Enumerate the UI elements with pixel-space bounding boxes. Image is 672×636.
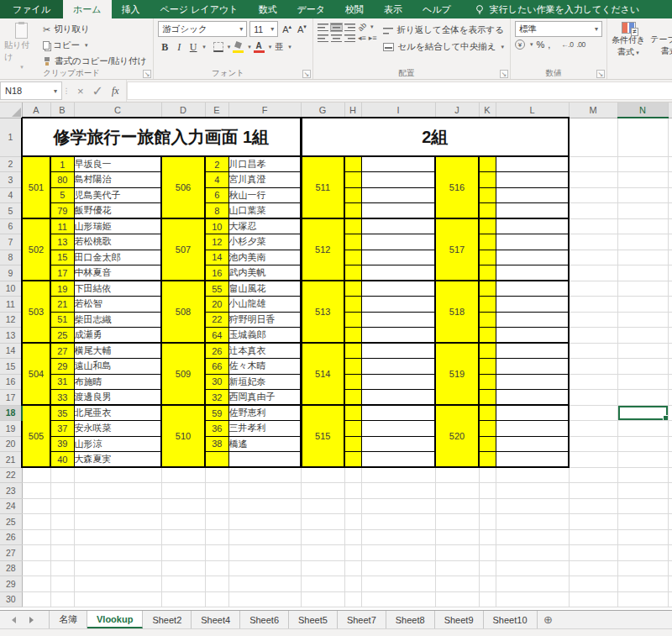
cell-L18[interactable] (496, 405, 569, 421)
cell-C9[interactable]: 中林夏音 (74, 265, 161, 281)
cell-D10[interactable]: 508 (161, 281, 205, 343)
col-header-I[interactable]: I (361, 102, 435, 118)
cell-E6[interactable]: 10 (205, 218, 228, 234)
format-as-table-button[interactable]: テーブルとして 書式設定▾ (650, 21, 672, 68)
align-top-button[interactable] (318, 24, 328, 31)
cell-H15[interactable] (344, 359, 361, 375)
cell-F21[interactable] (228, 452, 301, 468)
sheet-tab-7[interactable]: Sheet8 (386, 611, 435, 628)
cell-K2[interactable] (479, 156, 496, 172)
cell-A30[interactable] (22, 591, 50, 607)
new-sheet-button[interactable]: ⊕ (538, 611, 559, 628)
cell-L25[interactable] (496, 514, 569, 530)
cell-D2[interactable]: 506 (161, 156, 205, 218)
cell-H9[interactable] (344, 265, 361, 281)
cell-K6[interactable] (479, 218, 496, 234)
col-header-C[interactable]: C (74, 102, 161, 118)
cell-M22[interactable] (569, 467, 617, 483)
col-header-L[interactable]: L (496, 102, 569, 118)
cell-H8[interactable] (344, 250, 361, 265)
col-header-N[interactable]: N (617, 102, 668, 118)
cell-G18[interactable]: 515 (301, 405, 344, 467)
cell-F25[interactable] (228, 514, 301, 530)
cell-M3[interactable] (569, 172, 617, 188)
cell-I4[interactable] (361, 187, 435, 203)
cell-K23[interactable] (479, 483, 496, 499)
cut-button[interactable]: ✂ 切り取り (40, 22, 149, 37)
cell-C7[interactable]: 若松桃歌 (74, 234, 161, 250)
number-dialog-launcher[interactable]: ↘ (596, 70, 605, 78)
cell-C8[interactable]: 田口金太郎 (74, 250, 161, 265)
cell-M13[interactable] (569, 328, 617, 344)
col-header-B[interactable]: B (50, 102, 74, 118)
increase-indent-button[interactable]: ▸≡ (369, 34, 377, 42)
cell-D28[interactable] (161, 560, 205, 576)
cell-K24[interactable] (479, 498, 496, 514)
conditional-formatting-button[interactable]: 条件付き 書式▾ (612, 21, 645, 68)
cell-M6[interactable] (569, 218, 617, 234)
cell-J29[interactable] (435, 576, 479, 592)
select-all-corner[interactable] (0, 102, 22, 118)
cell-B7[interactable]: 13 (50, 234, 74, 250)
cell-B18[interactable]: 35 (50, 405, 74, 421)
sheet-tab-9[interactable]: Sheet10 (484, 611, 538, 628)
italic-button[interactable]: I (172, 39, 186, 55)
align-middle-button[interactable] (331, 24, 342, 31)
cell-C29[interactable] (74, 576, 161, 592)
fill-color-button[interactable] (231, 39, 245, 55)
row-header-12[interactable]: 12 (0, 312, 22, 328)
align-right-button[interactable] (344, 34, 355, 42)
cell-E10[interactable]: 55 (205, 281, 228, 297)
cell-H16[interactable] (344, 374, 361, 390)
cell-I24[interactable] (361, 498, 435, 514)
cell-M5[interactable] (569, 203, 617, 219)
ribbon-tab-6[interactable]: 校閲 (335, 0, 374, 18)
cell-K26[interactable] (479, 529, 496, 545)
cell-L16[interactable] (496, 374, 569, 390)
borders-button[interactable] (212, 39, 225, 55)
cell-D23[interactable] (161, 483, 205, 499)
cell-B8[interactable]: 15 (50, 250, 74, 265)
cell-L24[interactable] (496, 498, 569, 514)
col-header-H[interactable]: H (344, 102, 361, 118)
class2-title-cell[interactable]: 2組 (301, 118, 569, 156)
cell-K17[interactable] (479, 390, 496, 406)
cell-B3[interactable]: 80 (50, 172, 74, 188)
name-box[interactable]: N18 ▾ (0, 81, 62, 100)
col-header-A[interactable]: A (22, 102, 50, 118)
cell-M28[interactable] (569, 560, 617, 576)
cell-C16[interactable]: 布施晴 (74, 374, 161, 390)
cell-E15[interactable]: 66 (205, 359, 228, 375)
cell-K30[interactable] (479, 591, 496, 607)
col-header-J[interactable]: J (435, 102, 479, 118)
cell-D25[interactable] (161, 514, 205, 530)
cell-M23[interactable] (569, 483, 617, 499)
row-header-18[interactable]: 18 (0, 405, 22, 421)
sheet-tab-1[interactable]: Vlookup (87, 611, 143, 628)
row-header-20[interactable]: 20 (0, 436, 22, 452)
cell-D29[interactable] (161, 576, 205, 592)
cell-B25[interactable] (50, 514, 74, 530)
cell-C22[interactable] (74, 467, 161, 483)
cell-E8[interactable]: 14 (205, 250, 228, 265)
cell-N18[interactable] (617, 405, 668, 421)
cell-F18[interactable]: 佐野恵利 (228, 405, 301, 421)
percent-style-button[interactable]: % (536, 39, 544, 50)
cell-L3[interactable] (496, 172, 569, 188)
cell-L7[interactable] (496, 234, 569, 250)
col-header-M[interactable]: M (569, 102, 617, 118)
cell-L2[interactable] (496, 156, 569, 172)
cell-I6[interactable] (361, 218, 435, 234)
cell-L29[interactable] (496, 576, 569, 592)
cell-K14[interactable] (479, 343, 496, 359)
cell-L27[interactable] (496, 545, 569, 561)
cell-F15[interactable]: 佐々木晴 (228, 359, 301, 375)
clipboard-dialog-launcher[interactable]: ↘ (143, 70, 151, 78)
row-header-3[interactable]: 3 (0, 172, 22, 188)
cell-C25[interactable] (74, 514, 161, 530)
cell-M7[interactable] (569, 234, 617, 250)
row-header-6[interactable]: 6 (0, 218, 22, 234)
cell-A25[interactable] (22, 514, 50, 530)
cell-K7[interactable] (479, 234, 496, 250)
cell-M10[interactable] (569, 281, 617, 297)
